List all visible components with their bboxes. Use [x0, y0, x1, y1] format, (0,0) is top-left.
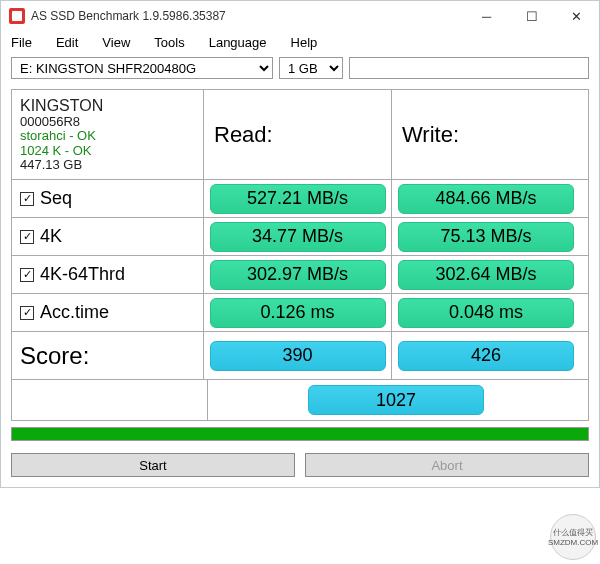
- total-spacer: [16, 380, 208, 420]
- 4k-read-value: 34.77 MB/s: [210, 222, 386, 252]
- menu-language[interactable]: Language: [209, 35, 267, 50]
- 4k64-read-value: 302.97 MB/s: [210, 260, 386, 290]
- score-write-value: 426: [398, 341, 574, 371]
- menu-tools[interactable]: Tools: [154, 35, 184, 50]
- score-total-value: 1027: [308, 385, 484, 415]
- acc-read-value: 0.126 ms: [210, 298, 386, 328]
- progress-area: - - - - -: [11, 427, 589, 441]
- progress-bar: [11, 427, 589, 441]
- start-button[interactable]: Start: [11, 453, 295, 477]
- acc-checkbox[interactable]: ✓: [20, 306, 34, 320]
- 4k-checkbox[interactable]: ✓: [20, 230, 34, 244]
- menu-view[interactable]: View: [102, 35, 130, 50]
- write-header: Write:: [392, 90, 580, 179]
- drive-info: KINGSTON 000056R8 storahci - OK 1024 K -…: [12, 90, 204, 179]
- 4k-write-value: 75.13 MB/s: [398, 222, 574, 252]
- drive-select[interactable]: E: KINGSTON SHFR200480G: [11, 57, 273, 79]
- watermark-badge: 什么值得买 SMZDM.COM: [550, 514, 596, 560]
- progress-fill: [12, 428, 588, 440]
- 4k64-checkbox[interactable]: ✓: [20, 268, 34, 282]
- close-button[interactable]: ✕: [554, 1, 599, 31]
- results-panel: KINGSTON 000056R8 storahci - OK 1024 K -…: [11, 89, 589, 421]
- product-name: KINGSTON: [20, 97, 103, 115]
- menubar: File Edit View Tools Language Help: [1, 31, 599, 53]
- capacity: 447.13 GB: [20, 158, 82, 172]
- seq-checkbox[interactable]: ✓: [20, 192, 34, 206]
- 4k-label: 4K: [40, 226, 62, 247]
- seq-label: Seq: [40, 188, 72, 209]
- menu-file[interactable]: File: [11, 35, 32, 50]
- score-label: Score:: [20, 342, 89, 370]
- firmware-version: 000056R8: [20, 115, 80, 129]
- abort-button: Abort: [305, 453, 589, 477]
- toolbar: E: KINGSTON SHFR200480G 1 GB: [1, 53, 599, 83]
- size-select[interactable]: 1 GB: [279, 57, 343, 79]
- driver-status: storahci - OK: [20, 129, 96, 143]
- maximize-button[interactable]: ☐: [509, 1, 554, 31]
- acc-write-value: 0.048 ms: [398, 298, 574, 328]
- svg-rect-1: [12, 11, 22, 21]
- seq-write-value: 484.66 MB/s: [398, 184, 574, 214]
- 4k64-write-value: 302.64 MB/s: [398, 260, 574, 290]
- 4k64-label: 4K-64Thrd: [40, 264, 125, 285]
- seq-read-value: 527.21 MB/s: [210, 184, 386, 214]
- acc-label: Acc.time: [40, 302, 109, 323]
- alignment-status: 1024 K - OK: [20, 144, 92, 158]
- app-icon: [9, 8, 25, 24]
- titlebar: AS SSD Benchmark 1.9.5986.35387 ─ ☐ ✕: [1, 1, 599, 31]
- score-read-value: 390: [210, 341, 386, 371]
- menu-edit[interactable]: Edit: [56, 35, 78, 50]
- read-header: Read:: [204, 90, 392, 179]
- menu-help[interactable]: Help: [291, 35, 318, 50]
- window-title: AS SSD Benchmark 1.9.5986.35387: [31, 9, 464, 23]
- minimize-button[interactable]: ─: [464, 1, 509, 31]
- search-input[interactable]: [349, 57, 589, 79]
